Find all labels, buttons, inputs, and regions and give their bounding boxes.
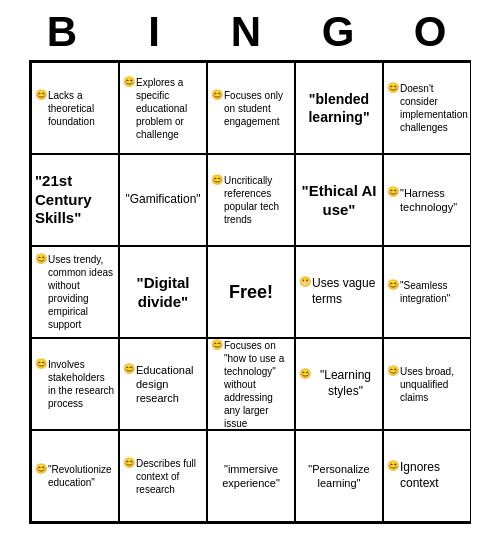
cell-r2c2-free[interactable]: Free! <box>207 246 295 338</box>
cell-r2c4[interactable]: 😊 "Seamless integration" <box>383 246 471 338</box>
cell-text-r3c4: Uses broad, unqualified claims <box>400 365 467 404</box>
emoji-r3c0: 😊 <box>35 358 47 371</box>
emoji-r3c1: 😊 <box>123 363 135 376</box>
emoji-r1c2: 😊 <box>211 174 223 187</box>
cell-text-r2c4: "Seamless integration" <box>400 279 467 305</box>
cell-text-r4c2: "immersive experience" <box>211 462 291 491</box>
emoji-r3c2: 😊 <box>211 339 223 352</box>
cell-text-r1c3: "Ethical AI use" <box>299 181 379 220</box>
title-o: O <box>394 8 474 56</box>
cell-text-r0c2: Focuses only on student engagement <box>224 89 291 128</box>
emoji-r3c3: 😊 <box>299 368 311 381</box>
free-label: Free! <box>229 281 273 304</box>
cell-r3c3[interactable]: 😊 "Learning styles" <box>295 338 383 430</box>
cell-text-r4c1: Describes full context of research <box>136 457 203 496</box>
cell-r3c1[interactable]: 😊 Educational design research <box>119 338 207 430</box>
emoji-r3c4: 😊 <box>387 365 399 378</box>
cell-text-r3c0: Involves stakeholders in the research pr… <box>48 358 115 410</box>
cell-r4c0[interactable]: 😊 "Revolutionize education" <box>31 430 119 522</box>
cell-r4c4[interactable]: 😊 Ignores context <box>383 430 471 522</box>
cell-text-r0c0: Lacks a theoretical foundation <box>48 89 115 128</box>
cell-r0c1[interactable]: 😊 Explores a specific educational proble… <box>119 62 207 154</box>
cell-r3c2[interactable]: 😊 Focuses on "how to use a technology" w… <box>207 338 295 430</box>
cell-r4c3[interactable]: "Personalize learning" <box>295 430 383 522</box>
title-n: N <box>210 8 290 56</box>
emoji-r0c4: 😊 <box>387 82 399 95</box>
cell-text-r0c1: Explores a specific educational problem … <box>136 76 203 141</box>
cell-text-r3c3: "Learning styles" <box>312 368 379 399</box>
cell-text-r3c2: Focuses on "how to use a technology" wit… <box>224 339 291 430</box>
cell-text-r4c4: Ignores context <box>400 460 467 491</box>
cell-text-r0c4: Doesn't consider implementation challeng… <box>400 82 468 134</box>
cell-r2c3[interactable]: 😬 Uses vague terms <box>295 246 383 338</box>
emoji-r4c0: 😊 <box>35 463 47 476</box>
title-b: B <box>26 8 106 56</box>
emoji-r4c4: 😊 <box>387 460 399 473</box>
cell-r1c2[interactable]: 😊 Uncritically references popular tech t… <box>207 154 295 246</box>
cell-text-r1c2: Uncritically references popular tech tre… <box>224 174 291 226</box>
cell-r1c4[interactable]: 😊 "Harness technology" <box>383 154 471 246</box>
cell-text-r2c1: "Digital divide" <box>123 273 203 312</box>
cell-r2c1[interactable]: "Digital divide" <box>119 246 207 338</box>
emoji-r2c4: 😊 <box>387 279 399 292</box>
cell-r0c0[interactable]: 😊 Lacks a theoretical foundation <box>31 62 119 154</box>
cell-text-r1c1: "Gamification" <box>125 192 200 208</box>
cell-text-r0c3: "blended learning" <box>299 90 379 126</box>
bingo-grid: 😊 Lacks a theoretical foundation 😊 Explo… <box>29 60 471 524</box>
cell-r4c1[interactable]: 😊 Describes full context of research <box>119 430 207 522</box>
title-g: G <box>302 8 382 56</box>
cell-text-r1c0: "21st Century Skills" <box>35 172 115 228</box>
title-i: I <box>118 8 198 56</box>
cell-text-r4c3: "Personalize learning" <box>299 462 379 491</box>
bingo-title: B I N G O <box>20 0 480 60</box>
cell-r1c3[interactable]: "Ethical AI use" <box>295 154 383 246</box>
cell-text-r3c1: Educational design research <box>136 363 203 406</box>
emoji-r1c4: 😊 <box>387 186 399 199</box>
cell-r1c0[interactable]: "21st Century Skills" <box>31 154 119 246</box>
emoji-r2c3: 😬 <box>299 276 311 289</box>
cell-r0c3[interactable]: "blended learning" <box>295 62 383 154</box>
cell-r3c0[interactable]: 😊 Involves stakeholders in the research … <box>31 338 119 430</box>
cell-text-r4c0: "Revolutionize education" <box>48 463 115 489</box>
emoji-r0c2: 😊 <box>211 89 223 102</box>
emoji-r0c0: 😊 <box>35 89 47 102</box>
cell-text-r2c3: Uses vague terms <box>312 276 379 307</box>
emoji-r4c1: 😊 <box>123 457 135 470</box>
cell-text-r1c4: "Harness technology" <box>400 186 467 215</box>
cell-r1c1[interactable]: "Gamification" <box>119 154 207 246</box>
cell-r0c2[interactable]: 😊 Focuses only on student engagement <box>207 62 295 154</box>
cell-r2c0[interactable]: 😊 Uses trendy, common ideas without prov… <box>31 246 119 338</box>
cell-r3c4[interactable]: 😊 Uses broad, unqualified claims <box>383 338 471 430</box>
cell-r4c2[interactable]: "immersive experience" <box>207 430 295 522</box>
cell-r0c4[interactable]: 😊 Doesn't consider implementation challe… <box>383 62 471 154</box>
emoji-r0c1: 😊 <box>123 76 135 89</box>
emoji-r2c0: 😊 <box>35 253 47 266</box>
cell-text-r2c0: Uses trendy, common ideas without provid… <box>48 253 115 331</box>
